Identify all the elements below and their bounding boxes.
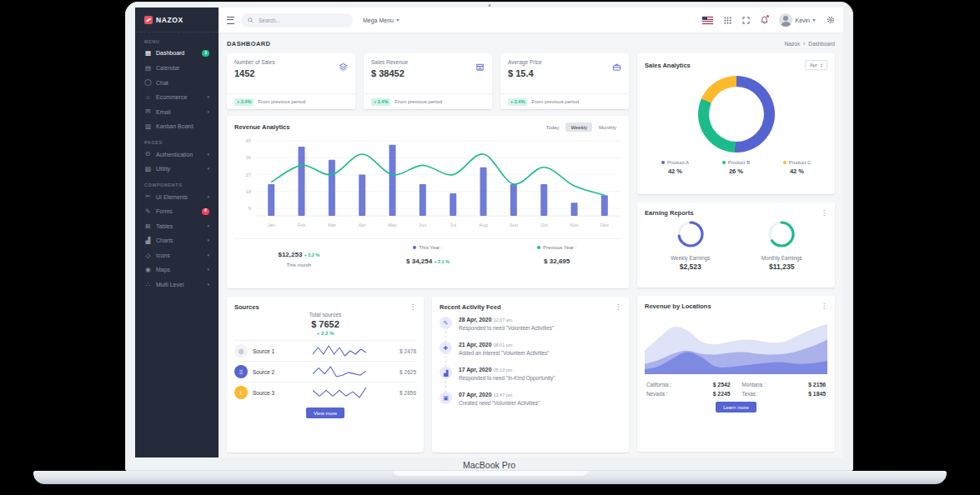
- sidebar-item-ecommerce[interactable]: ⌂ Ecommerce ▾: [135, 90, 219, 105]
- sidebar-section-components: COMPONENTS: [135, 176, 219, 189]
- sidebar-item-tables[interactable]: ⊞ Tables ▾: [135, 219, 219, 234]
- svg-text:Apr: Apr: [359, 222, 366, 228]
- source-row-3[interactable]: Ł Source 3 $ 2856: [234, 382, 416, 402]
- card-title: Sales Analytics: [645, 62, 691, 69]
- source-1-icon: ◎: [234, 344, 248, 358]
- sidebar-item-utility[interactable]: ▧ Utility ▾: [135, 162, 219, 177]
- sales-donut-chart: [698, 76, 775, 152]
- sidebar-item-multi-level[interactable]: ∴ Multi Level ▾: [135, 278, 219, 292]
- scissors-icon: ✂: [144, 193, 152, 200]
- range-today-button[interactable]: Today: [540, 122, 564, 132]
- chevron-down-icon: ▾: [207, 238, 209, 242]
- sidebar-item-email[interactable]: ✉ Email ▾: [135, 104, 219, 119]
- svg-text:45: 45: [246, 138, 251, 143]
- webcam-dot: [488, 4, 490, 7]
- revenue-by-locations-card: Revenue by Locations ⋮ California :$ 254…: [637, 296, 835, 452]
- sidebar-item-chat[interactable]: ◯ Chat: [135, 75, 219, 90]
- svg-text:Jun: Jun: [419, 222, 426, 228]
- sidebar-item-charts[interactable]: ▟ Charts ▾: [135, 233, 219, 248]
- previous-year-stat: Previous Year : $ 32,695: [492, 245, 621, 268]
- learn-more-button[interactable]: Learn more: [716, 402, 756, 412]
- svg-text:27: 27: [246, 172, 251, 178]
- legend-dot-previous-year: [537, 246, 540, 249]
- stat-badge: + 2.4%: [371, 98, 390, 106]
- sidebar-item-kanban-board[interactable]: ▥ Kanban Board: [135, 119, 219, 134]
- legend-dot: [661, 161, 665, 164]
- sources-card: Sources ⋮ Total sources $ 7652 + 2.2 % ◎: [227, 297, 424, 452]
- laptop-screen: NAZOX MENU ▦ Dashboard 3 ▤ Calendar ◯ Ch…: [125, 2, 853, 471]
- fullscreen-icon[interactable]: [742, 17, 750, 24]
- sidebar-item-icons[interactable]: ◇ Icons ▾: [135, 248, 219, 263]
- legend-product-a: Product A 42 %: [645, 160, 706, 175]
- briefcase-icon: [612, 60, 621, 75]
- svg-text:Dec: Dec: [601, 222, 609, 228]
- activity-item: ✚ 21 Apr, 202008:01 pm Added an interest…: [440, 342, 621, 367]
- mail-icon: ✉: [144, 108, 152, 115]
- source-2-icon: Ξ: [234, 365, 248, 378]
- sales-analytics-card: Sales Analytics Apr ▴▾ Product A: [637, 53, 835, 194]
- chevron-down-icon: ▾: [207, 282, 209, 287]
- view-more-button[interactable]: View more: [306, 408, 344, 418]
- card-menu-icon[interactable]: ⋮: [615, 304, 621, 311]
- bar-chart-icon: ▟: [144, 238, 152, 244]
- stat-badge: + 2.4%: [234, 98, 254, 106]
- mega-menu-dropdown[interactable]: Mega Menu: [363, 18, 400, 23]
- legend-dot-this-year: [413, 246, 416, 249]
- store-icon: ⌂: [144, 94, 152, 101]
- legend-product-c: Product C 42 %: [766, 160, 827, 175]
- svg-text:Sep: Sep: [510, 222, 518, 228]
- app-logo[interactable]: NAZOX: [135, 8, 219, 32]
- page-title: DASHBOARD: [227, 40, 270, 48]
- revenue-analytics-card: Revenue Analytics Today Weekly Monthly 9…: [227, 116, 629, 288]
- language-flag-icon[interactable]: [702, 17, 713, 24]
- breadcrumb-parent[interactable]: Nazox: [785, 41, 800, 47]
- breadcrumb-separator: ›: [803, 41, 805, 47]
- sidebar: NAZOX MENU ▦ Dashboard 3 ▤ Calendar ◯ Ch…: [135, 8, 219, 458]
- search-input[interactable]: [257, 17, 335, 24]
- svg-text:36: 36: [246, 155, 251, 160]
- activity-item: ▣ 07 Apr, 202012:47 pm Created need "Vol…: [440, 392, 621, 417]
- notifications-bell-icon[interactable]: [761, 16, 768, 24]
- monthly-earnings-radial-chart: [766, 238, 797, 252]
- share-icon: ∴: [144, 282, 152, 288]
- location-stat-montana: Montana :$ 2156: [742, 382, 827, 388]
- svg-text:Feb: Feb: [298, 222, 306, 228]
- sidebar-item-ui-elements[interactable]: ✂ UI Elements ▾: [135, 189, 219, 204]
- period-select[interactable]: Apr ▴▾: [805, 60, 827, 70]
- sidebar-item-maps[interactable]: ◉ Maps ▾: [135, 262, 219, 278]
- card-menu-icon[interactable]: ⋮: [821, 210, 827, 217]
- menu-toggle-icon[interactable]: [227, 17, 234, 24]
- legend-dot: [722, 161, 726, 164]
- svg-text:Jan: Jan: [268, 222, 275, 228]
- legend-product-b: Product B 26 %: [706, 160, 766, 175]
- dashboard-badge: 3: [202, 50, 209, 57]
- user-menu[interactable]: Kevin: [779, 13, 816, 27]
- calendar-icon: ▤: [144, 65, 152, 72]
- sidebar-section-pages: PAGES: [135, 133, 219, 147]
- apps-grid-icon[interactable]: [724, 17, 731, 24]
- macbook-label: MacBook Pro: [125, 460, 853, 470]
- chevron-down-icon: ▾: [207, 268, 209, 272]
- earning-reports-card: Earning Reports ⋮ Weekly Earnings $2,523: [637, 202, 835, 288]
- sidebar-item-forms[interactable]: ✎ Forms 8: [135, 204, 219, 219]
- card-menu-icon[interactable]: ⋮: [410, 304, 416, 311]
- source-3-icon: Ł: [234, 386, 248, 399]
- range-weekly-button[interactable]: Weekly: [565, 122, 592, 132]
- settings-gear-icon[interactable]: [827, 16, 835, 24]
- sidebar-item-dashboard[interactable]: ▦ Dashboard 3: [135, 46, 219, 61]
- store-icon: [475, 60, 485, 75]
- svg-text:9: 9: [249, 206, 251, 211]
- card-menu-icon[interactable]: ⋮: [821, 303, 827, 310]
- diamond-icon: ◇: [144, 252, 152, 259]
- source-row-1[interactable]: ◎ Source 1 $ 2478: [234, 340, 416, 361]
- sidebar-item-authentication[interactable]: ⊙ Authentication ▾: [135, 147, 219, 162]
- range-monthly-button[interactable]: Monthly: [594, 122, 621, 132]
- svg-text:Aug: Aug: [479, 222, 487, 228]
- chevron-down-icon: ▾: [207, 195, 209, 199]
- sidebar-item-calendar[interactable]: ▤ Calendar: [135, 61, 219, 76]
- search-box[interactable]: [241, 13, 353, 28]
- svg-text:18: 18: [246, 189, 251, 194]
- source-row-2[interactable]: Ξ Source 2 $ 2625: [234, 361, 416, 382]
- notification-dot: [766, 15, 770, 18]
- monthly-earnings: Monthly Earnings $11,235: [736, 219, 828, 271]
